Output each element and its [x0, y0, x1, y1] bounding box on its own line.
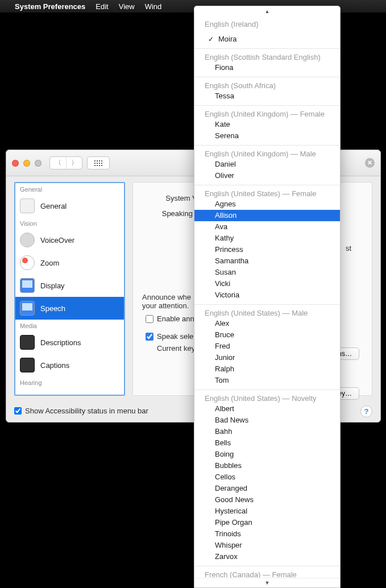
voice-option[interactable]: Princess: [194, 244, 340, 255]
voice-option[interactable]: Bad News: [194, 415, 340, 426]
sidebar-item-label: Speech: [40, 304, 65, 313]
sidebar-item-label: Zoom: [40, 259, 59, 267]
voice-option[interactable]: Vicki: [194, 278, 340, 289]
sidebar-section-header: Hearing: [15, 376, 124, 388]
menubar-item-edit[interactable]: Edit: [96, 2, 108, 11]
speak-selected-checkbox[interactable]: [146, 333, 153, 341]
voice-option[interactable]: Fred: [194, 341, 340, 352]
voice-group: English (Ireland)Moira: [194, 16, 340, 49]
voice-option[interactable]: Oliver: [194, 170, 340, 181]
voice-option[interactable]: Good News: [194, 494, 340, 506]
descriptions-icon: [20, 335, 35, 350]
voice-option[interactable]: Bells: [194, 437, 340, 449]
sidebar-item-speech[interactable]: Speech: [15, 297, 124, 320]
voice-option[interactable]: Bubbles: [194, 460, 340, 471]
voice-option[interactable]: Allison: [194, 210, 340, 221]
close-button[interactable]: [12, 160, 19, 167]
voice-option[interactable]: Agnes: [194, 198, 340, 210]
voice-group-header: English (United States) — Novelty: [194, 392, 340, 403]
menubar-app-name[interactable]: System Preferences: [15, 2, 85, 11]
enable-announcements-checkbox[interactable]: [146, 315, 153, 323]
voice-option[interactable]: Whisper: [194, 540, 340, 551]
menubar-item-window[interactable]: Wind: [145, 2, 162, 11]
sidebar-item-zoom[interactable]: Zoom: [15, 251, 124, 274]
voice-option[interactable]: Deranged: [194, 483, 340, 494]
voice-group: English (United Kingdom) — MaleDanielOli…: [194, 146, 340, 185]
voice-group: English (United States) — FemaleAgnesAll…: [194, 185, 340, 305]
voice-option[interactable]: Kate: [194, 119, 340, 130]
voice-option[interactable]: Boing: [194, 449, 340, 460]
voice-group-header: English (United States) — Male: [194, 307, 340, 318]
back-button[interactable]: 〈: [50, 157, 66, 169]
voice-option[interactable]: Junior: [194, 352, 340, 363]
voice-option[interactable]: Fiona: [194, 62, 340, 73]
general-icon: [20, 198, 35, 213]
sidebar-section-header: General: [15, 183, 124, 194]
voice-option[interactable]: Hysterical: [194, 506, 340, 517]
voice-option[interactable]: Tessa: [194, 90, 340, 102]
voice-option[interactable]: Moira: [198, 34, 340, 45]
sidebar-item-display[interactable]: Display: [15, 274, 124, 297]
voice-option[interactable]: Alex: [194, 318, 340, 329]
voice-option[interactable]: Ava: [194, 221, 340, 233]
scroll-down-icon[interactable]: ▼: [194, 578, 340, 587]
voice-option[interactable]: Kathy: [194, 233, 340, 244]
voice-option[interactable]: Trinoids: [194, 528, 340, 540]
voice-option[interactable]: Victoria: [194, 289, 340, 301]
voice-option[interactable]: Bahh: [194, 426, 340, 437]
voice-group-header: English (Ireland): [194, 18, 340, 29]
display-icon: [20, 278, 35, 293]
sidebar-item-label: Descriptions: [40, 338, 81, 347]
sidebar-section-header: Media: [15, 320, 124, 331]
voice-group: English (South Africa)Tessa: [194, 77, 340, 106]
sidebar-item-captions[interactable]: Captions: [15, 354, 124, 376]
sidebar-section-header: Vision: [15, 217, 124, 229]
zoom-icon: [20, 255, 35, 270]
voice-option[interactable]: Daniel: [194, 159, 340, 170]
voice-group-header: English (Scottish Standard English): [194, 51, 340, 62]
system-voice-dropdown: ▲ English (Ireland)MoiraEnglish (Scottis…: [194, 6, 341, 588]
voiceover-icon: [20, 233, 35, 247]
voice-group: English (United States) — NoveltyAlbertB…: [194, 390, 340, 566]
sidebar-item-label: VoiceOver: [40, 236, 74, 245]
dropdown-options-list: English (Ireland)MoiraEnglish (Scottish …: [194, 16, 340, 578]
voice-group: French (Canada) — FemaleAmelieChantal: [194, 566, 340, 578]
voice-option[interactable]: Serena: [194, 130, 340, 142]
show-status-menubar-label: Show Accessibility status in menu bar: [25, 407, 148, 415]
speech-icon: [20, 301, 35, 316]
sidebar-item-label: General: [40, 202, 67, 210]
help-button[interactable]: ?: [360, 405, 372, 417]
sidebar-item-descriptions[interactable]: Descriptions: [15, 331, 124, 354]
voice-option[interactable]: Bruce: [194, 329, 340, 341]
voice-group: English (United States) — MaleAlexBruceF…: [194, 305, 340, 390]
voice-option[interactable]: Cellos: [194, 471, 340, 483]
speak-selected-label: Speak sele: [157, 332, 193, 341]
voice-option[interactable]: Susan: [194, 267, 340, 278]
menubar-item-view[interactable]: View: [119, 2, 135, 11]
voice-group-header: English (South Africa): [194, 80, 340, 90]
voice-group-header: English (United States) — Female: [194, 188, 340, 198]
voice-option[interactable]: Albert: [194, 403, 340, 415]
voice-group: English (United Kingdom) — FemaleKateSer…: [194, 106, 340, 146]
sidebar-item-voiceover[interactable]: VoiceOver: [15, 229, 124, 251]
captions-icon: [20, 358, 35, 372]
show-status-menubar-checkbox[interactable]: [14, 407, 22, 415]
clear-search-icon[interactable]: ✕: [365, 158, 375, 168]
scroll-up-icon[interactable]: ▲: [194, 6, 340, 16]
voice-option[interactable]: Ralph: [194, 363, 340, 375]
speaking-rate-fast-label: st: [346, 244, 351, 252]
voice-option[interactable]: Tom: [194, 375, 340, 386]
enable-announcements-label: Enable ann: [157, 314, 194, 323]
zoom-button[interactable]: [35, 160, 41, 167]
voice-group-header: English (United Kingdom) — Male: [194, 148, 340, 159]
voice-option[interactable]: Zarvox: [194, 551, 340, 562]
sidebar-item-general[interactable]: General: [15, 194, 124, 217]
minimize-button[interactable]: [23, 160, 30, 167]
sidebar-item-label: Display: [40, 281, 65, 290]
window-traffic-lights: [12, 160, 41, 167]
voice-group-header: French (Canada) — Female: [194, 569, 340, 578]
accessibility-sidebar: GeneralGeneralVisionVoiceOverZoomDisplay…: [14, 182, 125, 396]
voice-option[interactable]: Samantha: [194, 255, 340, 267]
sidebar-item-label: Captions: [40, 361, 69, 370]
voice-option[interactable]: Pipe Organ: [194, 517, 340, 528]
